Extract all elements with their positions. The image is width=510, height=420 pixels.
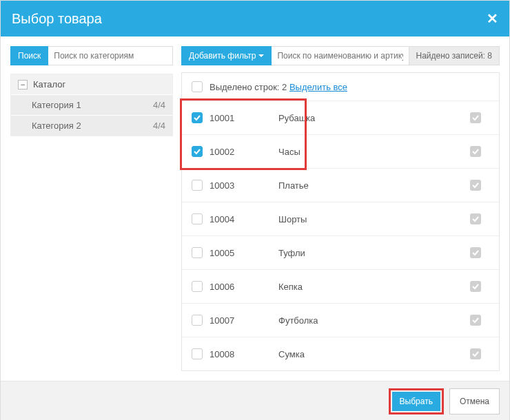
modal-footer: Выбрать Отмена <box>1 381 509 420</box>
row-name: Платье <box>278 180 455 191</box>
row-toggle-icon[interactable] <box>470 213 481 224</box>
table-row: 10002Часы <box>182 134 499 168</box>
row-sku: 10001 <box>210 113 272 123</box>
row-checkbox[interactable] <box>192 180 203 191</box>
row-sku: 10004 <box>210 214 272 224</box>
sidebar: Поиск − Каталог Категория 14/4Категория … <box>10 46 173 371</box>
selection-summary: Выделено строк: 2 Выделить все <box>182 73 499 101</box>
close-icon[interactable]: ✕ <box>487 10 498 27</box>
row-name: Туфли <box>278 248 455 258</box>
sidebar-item-count: 4/4 <box>153 100 165 110</box>
category-search-input[interactable] <box>48 46 173 65</box>
records-found: Найдено записей: 8 <box>409 46 500 65</box>
row-toggle-icon[interactable] <box>470 112 481 123</box>
row-sku: 10007 <box>210 315 272 326</box>
sidebar-item-label: Категория 1 <box>32 100 81 110</box>
row-toggle-icon[interactable] <box>470 247 481 258</box>
tree-root[interactable]: − Каталог <box>11 74 172 94</box>
modal-title: Выбор товара <box>12 11 102 27</box>
table-row: 10001Рубашка <box>182 101 499 134</box>
product-search-input[interactable] <box>272 46 408 65</box>
sidebar-item-label: Категория 2 <box>32 120 81 131</box>
select-button[interactable]: Выбрать <box>392 392 440 411</box>
sidebar-item[interactable]: Категория 24/4 <box>11 115 172 136</box>
modal-header: Выбор товара ✕ <box>1 1 509 36</box>
collapse-icon[interactable]: − <box>18 80 28 90</box>
row-checkbox[interactable] <box>192 281 203 292</box>
chevron-down-icon <box>258 54 264 57</box>
row-checkbox[interactable] <box>192 348 203 359</box>
table-row: 10003Платье <box>182 168 499 202</box>
table-row: 10004Шорты <box>182 202 499 235</box>
row-sku: 10002 <box>210 147 272 157</box>
cancel-button[interactable]: Отмена <box>449 388 500 414</box>
select-all-link[interactable]: Выделить все <box>289 82 347 92</box>
row-checkbox[interactable] <box>192 247 203 258</box>
row-name: Сумка <box>278 349 455 359</box>
add-filter-label: Добавить фильтр <box>189 51 256 61</box>
row-checkbox[interactable] <box>192 112 203 123</box>
row-checkbox[interactable] <box>192 146 203 157</box>
row-sku: 10006 <box>210 282 272 292</box>
row-name: Футболка <box>278 315 455 326</box>
sidebar-item-count: 4/4 <box>153 120 165 131</box>
product-table: Выделено строк: 2 Выделить все 10001Руба… <box>181 72 500 371</box>
category-search-button[interactable]: Поиск <box>10 46 48 65</box>
row-name: Рубашка <box>278 113 455 123</box>
tree-root-label: Каталог <box>33 79 65 90</box>
main-panel: Добавить фильтр Найдено записей: 8 Выдел… <box>181 46 500 371</box>
sidebar-item[interactable]: Категория 14/4 <box>11 94 172 115</box>
row-toggle-icon[interactable] <box>470 348 481 359</box>
table-row: 10006Кепка <box>182 269 499 303</box>
add-filter-button[interactable]: Добавить фильтр <box>181 46 272 65</box>
row-name: Шорты <box>278 214 455 224</box>
table-row: 10005Туфли <box>182 235 499 269</box>
table-row: 10007Футболка <box>182 303 499 337</box>
row-toggle-icon[interactable] <box>470 281 481 292</box>
table-row: 10008Сумка <box>182 337 499 370</box>
row-toggle-icon[interactable] <box>470 146 481 157</box>
row-sku: 10005 <box>210 248 272 258</box>
row-checkbox[interactable] <box>192 315 203 326</box>
row-toggle-icon[interactable] <box>470 315 481 326</box>
product-select-modal: Выбор товара ✕ Поиск − Каталог Категория… <box>0 0 510 420</box>
select-all-checkbox[interactable] <box>192 81 203 92</box>
category-tree: − Каталог Категория 14/4Категория 24/4 <box>10 74 173 136</box>
row-sku: 10008 <box>210 349 272 359</box>
row-toggle-icon[interactable] <box>470 180 481 191</box>
row-sku: 10003 <box>210 180 272 191</box>
row-checkbox[interactable] <box>192 213 203 224</box>
row-name: Кепка <box>278 282 455 292</box>
highlight-select-button: Выбрать <box>389 388 444 414</box>
row-name: Часы <box>278 147 455 157</box>
